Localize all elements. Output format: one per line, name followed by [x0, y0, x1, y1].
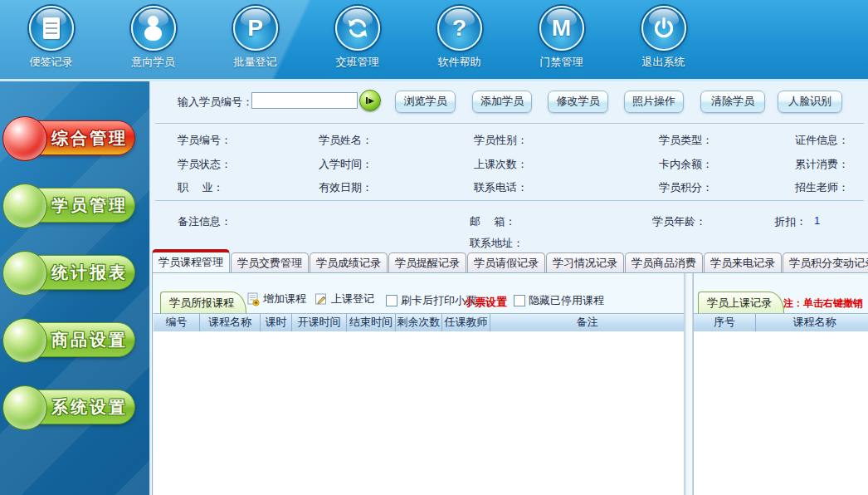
class-count-label: 上课次数： — [474, 157, 528, 172]
toolbar-item-shift-management[interactable]: 交班管理 — [306, 0, 408, 70]
student-status-label: 学员状态： — [178, 157, 232, 172]
top-toolbar: 便签记录 意向学员 P 批量登记 交班管理 — [0, 0, 868, 81]
toolbar-item-label: 门禁管理 — [540, 55, 583, 70]
valid-date-label: 有效日期： — [319, 180, 373, 195]
student-id-input[interactable] — [251, 92, 358, 109]
id-info-label: 证件信息： — [795, 133, 849, 148]
right-click-undo-note: 注：单击右键撤销 — [783, 297, 863, 311]
column-header-number[interactable]: 编号 — [154, 314, 200, 331]
red-sphere-icon — [2, 116, 47, 161]
go-button[interactable]: ▶ — [359, 90, 381, 111]
add-course-icon — [246, 292, 260, 306]
toolbar-item-label: 批量登记 — [234, 55, 277, 70]
student-age-label: 学员年龄： — [652, 214, 706, 229]
attendance-records-pane: 学员上课记录 注：单击右键撤销 序号 课程名称 — [693, 273, 868, 495]
courses-table-header: 编号 课程名称 课时 开课时间 结束时间 剩余次数 任课教师 备注 — [154, 313, 684, 332]
face-recognition-button[interactable]: 人脸识别 — [778, 91, 842, 113]
column-header-course-name[interactable]: 课程名称 — [756, 314, 868, 331]
column-header-course-name[interactable]: 课程名称 — [200, 314, 261, 331]
ticket-settings-link[interactable]: 小票设置 — [464, 295, 507, 310]
vertical-scrollbar[interactable] — [685, 273, 693, 495]
sidebar-nav: 综合管理 学员管理 统计报表 商品设置 系统设置 — [0, 81, 149, 495]
tab-product-consumption[interactable]: 学员商品消费 — [625, 252, 703, 272]
tab-study-status-records[interactable]: 学习情况记录 — [546, 252, 624, 272]
register-pencil-icon — [315, 292, 328, 306]
add-course-button[interactable]: 增加课程 — [246, 292, 306, 306]
toolbar-item-notes[interactable]: 便签记录 — [0, 0, 102, 70]
toolbar-item-access-control[interactable]: M 门禁管理 — [510, 0, 612, 70]
student-name-label: 学员姓名： — [319, 133, 373, 148]
toolbar-item-help[interactable]: ? 软件帮助 — [408, 0, 510, 70]
email-label: 邮 箱： — [470, 214, 516, 229]
occupation-label: 职 业： — [178, 180, 224, 195]
hide-disabled-option: 隐藏已停用课程 — [514, 293, 604, 308]
sidebar-item-general-management[interactable]: 综合管理 — [2, 116, 137, 159]
student-id-search-label: 输入学员编号： — [178, 95, 253, 110]
subtab-enrolled-courses[interactable]: 学员所报课程 — [160, 292, 246, 313]
main-content: 输入学员编号： ▶ 浏览学员 添加学员 修改学员 照片操作 清除学员 人脸识别 … — [149, 81, 868, 495]
remarks-label: 备注信息： — [178, 214, 232, 229]
card-balance-label: 卡内余额： — [659, 157, 713, 172]
sidebar-item-product-settings[interactable]: 商品设置 — [2, 318, 137, 361]
sidebar-item-statistics-reports[interactable]: 统计报表 — [2, 251, 137, 294]
column-header-teacher[interactable]: 任课教师 — [442, 314, 490, 331]
student-type-label: 学员类型： — [659, 133, 713, 148]
student-id-label: 学员编号： — [178, 133, 232, 148]
tab-points-change-records[interactable]: 学员积分变动记录 — [783, 252, 868, 272]
green-sphere-icon — [2, 385, 47, 430]
play-icon: ▶ — [368, 96, 374, 105]
courses-table-body[interactable] — [154, 331, 684, 495]
enroll-date-label: 入学时间： — [319, 157, 373, 172]
tab-course-management[interactable]: 学员课程管理 — [152, 249, 230, 272]
green-sphere-icon — [2, 251, 47, 296]
subtab-attendance-records[interactable]: 学员上课记录 — [698, 292, 784, 313]
hide-disabled-checkbox[interactable] — [514, 295, 525, 306]
tab-payment-management[interactable]: 学员交费管理 — [231, 252, 309, 272]
column-header-end-time[interactable]: 结束时间 — [347, 314, 396, 331]
toolbar-item-prospective-students[interactable]: 意向学员 — [102, 0, 204, 70]
browse-student-button[interactable]: 浏览学员 — [395, 91, 456, 113]
toolbar-item-exit-system[interactable]: 退出系统 — [612, 0, 714, 70]
column-header-serial[interactable]: 序号 — [694, 314, 756, 331]
column-header-remarks[interactable]: 备注 — [490, 314, 684, 331]
column-header-class-hours[interactable]: 课时 — [261, 314, 292, 331]
column-header-remaining[interactable]: 剩余次数 — [396, 314, 442, 331]
toolbar-item-label: 软件帮助 — [438, 55, 481, 70]
print-ticket-option: 刷卡后打印小票 — [386, 293, 476, 308]
tab-reminder-records[interactable]: 学员提醒记录 — [388, 252, 466, 272]
class-register-button[interactable]: 上课登记 — [315, 292, 374, 306]
clear-student-button[interactable]: 清除学员 — [700, 91, 765, 113]
print-ticket-checkbox[interactable] — [386, 295, 397, 306]
separator — [155, 123, 864, 124]
discount-label: 折扣： — [774, 214, 807, 229]
sidebar-item-student-management[interactable]: 学员管理 — [2, 184, 137, 227]
photo-operation-button[interactable]: 照片操作 — [624, 91, 684, 113]
course-management-panel: 学员所报课程 增加课程 上课登记 — [152, 272, 868, 495]
modify-student-button[interactable]: 修改学员 — [548, 91, 608, 113]
green-sphere-icon — [2, 184, 47, 228]
sidebar-item-system-settings[interactable]: 系统设置 — [2, 385, 137, 429]
letter-m-icon: M — [539, 6, 584, 51]
note-icon — [29, 6, 74, 51]
class-register-label: 上课登记 — [331, 292, 374, 306]
toolbar-item-batch-register[interactable]: P 批量登记 — [204, 0, 306, 70]
tab-leave-records[interactable]: 学员请假记录 — [467, 252, 545, 272]
recruiter-label: 招生老师： — [795, 180, 849, 195]
tab-grade-records[interactable]: 学员成绩记录 — [310, 252, 388, 272]
tab-call-records[interactable]: 学员来电记录 — [704, 252, 782, 272]
question-icon: ? — [437, 6, 482, 51]
person-icon — [131, 6, 176, 51]
add-course-label: 增加课程 — [263, 292, 306, 306]
column-header-start-time[interactable]: 开课时间 — [292, 314, 347, 331]
points-label: 学员积分： — [659, 180, 713, 195]
add-student-button[interactable]: 添加学员 — [472, 91, 532, 113]
attendance-table-body[interactable] — [694, 331, 868, 495]
attendance-table-header: 序号 课程名称 — [694, 313, 868, 332]
record-tabbar: 学员课程管理 学员交费管理 学员成绩记录 学员提醒记录 学员请假记录 学习情况记… — [152, 252, 868, 272]
hide-disabled-label: 隐藏已停用课程 — [529, 293, 604, 308]
letter-p-icon: P — [233, 6, 278, 51]
student-gender-label: 学员性别： — [474, 133, 528, 148]
green-sphere-icon — [2, 318, 47, 363]
toolbar-item-label: 便签记录 — [30, 55, 73, 70]
discount-value: 1 — [814, 214, 820, 227]
